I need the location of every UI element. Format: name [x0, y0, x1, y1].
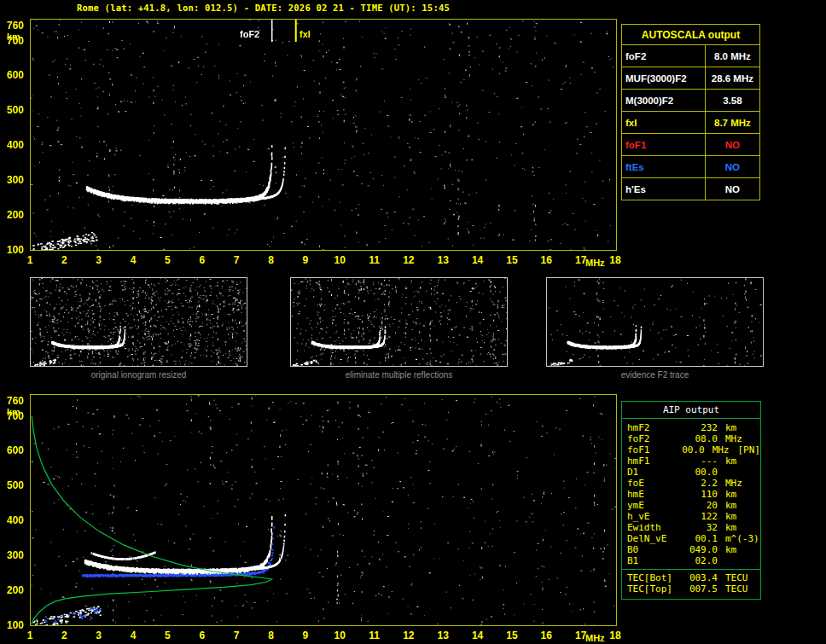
param-unit: TECU	[725, 572, 748, 583]
x-tick-label: 1	[27, 629, 33, 641]
thumbnail-evidence-canvas	[546, 277, 764, 367]
x-tick-label: 5	[165, 254, 171, 266]
param-unit: km	[725, 455, 736, 467]
param-value: 110	[682, 489, 718, 500]
param-value: NO	[705, 178, 759, 200]
param-value: 2.2	[682, 478, 718, 489]
y-tick-label: 300	[7, 549, 24, 561]
param-label: foE	[627, 478, 682, 489]
param-value: 20	[682, 500, 718, 511]
param-value: 049.0	[682, 544, 718, 555]
x-tick-label: 6	[199, 254, 205, 266]
y-tick-label: 760	[7, 395, 24, 407]
param-unit: TECU	[725, 583, 748, 595]
autoscala-table-header: AUTOSCALA output	[622, 25, 760, 45]
x-tick-label: 15	[506, 254, 517, 266]
param-label: foF1	[622, 134, 706, 156]
foF2-marker-label: foF2	[240, 29, 259, 39]
y-tick-label: 760	[7, 20, 24, 32]
x-tick-label: 9	[302, 629, 308, 641]
aip-divider	[622, 569, 760, 570]
thumbnail-original-ionogram: original ionogram resized	[30, 277, 247, 380]
autoscala-table-body: foF28.0 MHzMUF(3000)F228.6 MHzM(3000)F23…	[622, 45, 760, 200]
param-value: 08.0	[682, 433, 718, 444]
param-label: fxI	[622, 112, 706, 134]
thumbnail-caption: evidence F2 trace	[546, 370, 764, 380]
aip-row: B0049.0km	[627, 544, 760, 555]
x-tick-label: 8	[268, 254, 274, 266]
param-label: hmF2	[627, 422, 682, 433]
aip-row: h_vE122km	[627, 511, 760, 522]
param-unit: km	[725, 522, 736, 533]
autoscala-row-m3000f2: M(3000)F23.58	[622, 90, 760, 112]
aip-row: foF208.0MHz	[627, 433, 760, 444]
autoscala-row-fof2: foF28.0 MHz	[622, 45, 760, 67]
x-tick-label: 12	[403, 254, 414, 266]
param-unit: km	[725, 422, 736, 433]
param-label: Ewidth	[627, 522, 682, 533]
thumbnail-original-canvas	[30, 277, 247, 367]
param-value: 8.0 MHz	[705, 45, 759, 67]
aip-panel-header: AIP output	[622, 402, 760, 419]
x-tick-label: 16	[541, 629, 552, 641]
aip-row: Ewidth32km	[627, 522, 760, 533]
aip-row: foF100.0MHz[PN]	[627, 444, 760, 455]
autoscala-row-fxi: fxI8.7 MHz	[622, 112, 760, 134]
param-label: B0	[627, 544, 682, 555]
aip-row: ymE20km	[627, 500, 760, 511]
param-unit: MHz	[713, 444, 730, 455]
param-label: M(3000)F2	[622, 90, 706, 112]
param-value: 28.6 MHz	[705, 67, 759, 90]
y-axis-unit: km	[7, 407, 20, 417]
param-unit: km	[725, 489, 736, 500]
param-label: foF2	[622, 45, 706, 67]
param-value: NO	[705, 156, 759, 178]
bottom-ionogram-canvas	[30, 394, 617, 626]
x-axis-unit: MHz	[585, 258, 605, 268]
x-tick-label: 7	[234, 629, 240, 641]
param-label: h'Es	[622, 178, 706, 200]
param-label: DelN_vE	[627, 533, 682, 544]
autoscala-screen: Rome (lat: +41.8, lon: 012.5) - DATE: 20…	[0, 0, 826, 644]
param-value: 003.4	[682, 572, 718, 583]
param-label: hmE	[627, 489, 682, 500]
x-tick-label: 13	[438, 254, 449, 266]
param-value: 00.1	[682, 533, 718, 544]
param-label: h_vE	[627, 511, 682, 522]
x-tick-label: 16	[541, 254, 552, 266]
aip-row: TEC[Top]007.5TECU	[627, 583, 760, 595]
autoscala-row-fof1: foF1NO	[622, 134, 760, 156]
param-label: hmF1	[627, 455, 682, 467]
param-value: 122	[682, 511, 718, 522]
thumbnail-caption: original ionogram resized	[30, 370, 247, 380]
param-label: D1	[627, 467, 682, 478]
y-tick-label: 600	[7, 69, 24, 81]
param-unit: km	[725, 511, 736, 522]
x-tick-label: 14	[472, 629, 483, 641]
param-unit: km	[725, 544, 736, 555]
aip-row: foE2.2MHz	[627, 478, 760, 489]
x-tick-label: 3	[96, 254, 102, 266]
x-tick-label: 2	[61, 254, 67, 266]
x-tick-label: 4	[131, 254, 137, 266]
y-tick-label: 500	[7, 104, 24, 116]
y-tick-label: 400	[7, 514, 24, 526]
y-tick-label: 200	[7, 584, 24, 596]
x-tick-label: 5	[165, 629, 171, 641]
param-note: [PN]	[738, 444, 761, 455]
param-unit: MHz	[725, 478, 742, 489]
y-tick-label: 300	[7, 174, 24, 186]
param-value: 8.7 MHz	[705, 112, 759, 134]
y-tick-label: 200	[7, 209, 24, 221]
x-tick-label: 11	[369, 254, 380, 266]
top-ionogram-canvas	[30, 19, 617, 251]
param-label: B1	[627, 555, 682, 566]
x-tick-label: 12	[403, 629, 414, 641]
y-tick-label: 100	[7, 244, 24, 256]
autoscala-row-muf3000f2: MUF(3000)F228.6 MHz	[622, 67, 760, 90]
x-tick-label: 18	[609, 629, 620, 641]
param-unit: MHz	[725, 433, 742, 444]
param-value: 232	[682, 422, 718, 433]
param-label: ymE	[627, 500, 682, 511]
autoscala-row-ftes: ftEsNO	[622, 156, 760, 178]
